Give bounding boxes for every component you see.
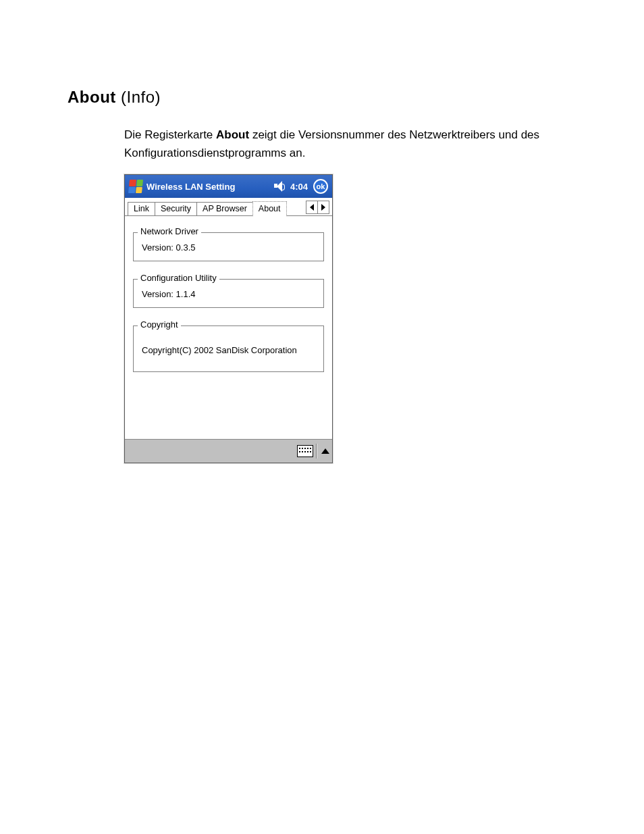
menu-up-icon[interactable] (321, 448, 329, 454)
chevron-right-icon (321, 204, 325, 211)
title-bar: Wireless LAN Setting 4:04 ok (125, 175, 332, 198)
group-config-utility-legend: Configuration Utility (138, 273, 219, 283)
tab-security[interactable]: Security (155, 202, 197, 215)
tab-ap-browser[interactable]: AP Browser (196, 202, 253, 215)
device-screenshot: Wireless LAN Setting 4:04 ok Link Securi… (124, 174, 333, 463)
group-copyright-legend: Copyright (138, 319, 181, 330)
heading-suffix: (Info) (116, 88, 161, 106)
heading-bold: About (68, 88, 116, 106)
tab-link[interactable]: Link (128, 202, 155, 215)
separator (316, 444, 317, 459)
clock-text[interactable]: 4:04 (290, 182, 308, 192)
network-driver-version: Version: 0.3.5 (142, 242, 315, 253)
tab-scroll-right[interactable] (318, 201, 329, 213)
tab-bar: Link Security AP Browser About (125, 198, 332, 216)
tab-scroll-left[interactable] (306, 201, 318, 213)
app-title: Wireless LAN Setting (146, 182, 270, 192)
bottom-bar (125, 439, 332, 463)
group-network-driver-legend: Network Driver (138, 226, 201, 236)
intro-bold: About (216, 128, 249, 141)
copyright-text: Copyright(C) 2002 SanDisk Corporation (142, 345, 315, 355)
tab-content: Network Driver Version: 0.3.5 Configurat… (125, 216, 332, 439)
group-copyright: Copyright Copyright(C) 2002 SanDisk Corp… (133, 325, 324, 372)
group-network-driver: Network Driver Version: 0.3.5 (133, 232, 324, 261)
group-config-utility: Configuration Utility Version: 1.1.4 (133, 279, 324, 308)
intro-pre: Die Registerkarte (124, 128, 216, 141)
tab-scroll (306, 201, 329, 214)
ok-button[interactable]: ok (313, 179, 328, 194)
config-utility-version: Version: 1.1.4 (142, 289, 315, 299)
keyboard-icon[interactable] (297, 445, 313, 457)
speaker-icon[interactable] (274, 181, 286, 192)
page-heading: About (Info) (68, 88, 576, 107)
tab-about[interactable]: About (252, 201, 287, 216)
windows-flag-icon[interactable] (128, 180, 143, 193)
chevron-left-icon (310, 204, 314, 211)
intro-paragraph: Die Registerkarte About zeigt die Versio… (124, 126, 576, 162)
